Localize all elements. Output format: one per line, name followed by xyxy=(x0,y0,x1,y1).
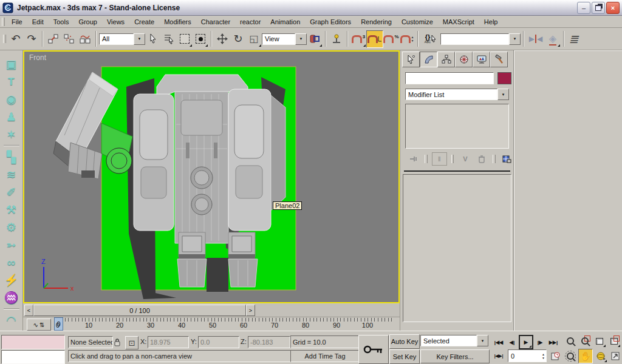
undo-button[interactable]: ↶ xyxy=(8,31,24,47)
open-mini-curve-editor-button[interactable]: ∿ ⇅ xyxy=(27,318,51,331)
title-bar[interactable]: Jetpack.max - 3ds max 7 - Stand-alone Li… xyxy=(0,0,622,16)
zoom-extents-button[interactable] xyxy=(593,334,606,348)
bind-to-space-warp-button[interactable] xyxy=(77,31,93,47)
key-mode-selection-dropdown[interactable]: Selected ▼ xyxy=(420,335,488,346)
zoom-all-button[interactable] xyxy=(578,334,592,348)
track-bar[interactable]: 0 0 10 20 30 40 50 60 70 80 90 100 xyxy=(23,317,400,331)
min-max-toggle-button[interactable] xyxy=(609,349,622,363)
key-mode-toggle-button[interactable]: |◀▶| xyxy=(492,349,505,362)
chevron-down-icon[interactable]: ▼ xyxy=(497,89,509,100)
viewport-label[interactable]: Front xyxy=(29,53,46,62)
edit-named-selection-sets-button[interactable]: {} ABC xyxy=(421,31,440,47)
align-button[interactable]: ◈ xyxy=(545,31,561,47)
previous-frame-button[interactable]: ◀| xyxy=(507,336,518,349)
chevron-down-icon[interactable]: ▼ xyxy=(509,33,521,45)
redo-button[interactable]: ↷ xyxy=(24,31,39,47)
selection-filter-dropdown[interactable]: All ▼ xyxy=(99,33,145,45)
angle-snap-toggle-button[interactable] xyxy=(366,30,383,48)
window-crossing-toggle-button[interactable] xyxy=(193,31,208,47)
tab-display[interactable] xyxy=(473,52,490,67)
region-zoom-button[interactable] xyxy=(564,349,577,363)
modifier-stack-list[interactable] xyxy=(405,104,509,149)
reactor-motor-icon[interactable]: ⚙ xyxy=(3,218,20,236)
menu-views[interactable]: Views xyxy=(102,17,129,27)
deforming-mesh-collection-icon[interactable]: ✶ xyxy=(3,126,20,143)
soft-body-collection-icon[interactable]: ◉ xyxy=(3,90,20,108)
reference-coordinate-system-dropdown[interactable]: View ▼ xyxy=(262,33,307,45)
menu-reactor[interactable]: reactor xyxy=(235,17,265,27)
go-to-end-button[interactable]: ▶▶| xyxy=(547,336,560,349)
reactor-plane-icon[interactable]: ▚ xyxy=(3,148,20,166)
go-to-start-button[interactable]: |◀◀ xyxy=(492,336,505,349)
layer-manager-button[interactable]: ≣ xyxy=(567,31,583,47)
set-keys-button[interactable] xyxy=(358,335,389,364)
menu-file[interactable]: File xyxy=(7,17,27,27)
chevron-down-icon[interactable]: ▼ xyxy=(477,335,488,346)
frame-spinner[interactable]: ▲ ▼ xyxy=(542,352,546,360)
menu-character[interactable]: Character xyxy=(196,17,235,27)
menu-graph-editors[interactable]: Graph Editors xyxy=(305,17,356,27)
cloth-collection-icon[interactable]: T xyxy=(3,73,20,90)
play-animation-button[interactable]: ▶ xyxy=(519,335,533,349)
x-coordinate-field[interactable]: 18.975 xyxy=(148,336,189,348)
use-pivot-point-center-button[interactable] xyxy=(307,31,323,47)
viewport-canvas[interactable]: Z x xyxy=(24,52,398,302)
rope-collection-icon[interactable]: ♟ xyxy=(3,108,20,126)
spinner-snap-toggle-button[interactable]: ▲▼ xyxy=(399,31,415,47)
add-time-tag-button[interactable]: Add Time Tag xyxy=(290,350,360,362)
show-end-result-button[interactable]: ‖ xyxy=(432,152,447,166)
chevron-down-icon[interactable]: ▼ xyxy=(295,33,307,45)
restore-button[interactable] xyxy=(592,2,605,14)
chevron-down-icon[interactable]: ▼ xyxy=(134,33,145,45)
key-filters-button[interactable]: Key Filters... xyxy=(420,349,490,363)
pin-stack-button[interactable] xyxy=(406,153,420,165)
menu-rendering[interactable]: Rendering xyxy=(356,17,397,27)
front-viewport[interactable]: Z x Front Plane02 xyxy=(23,50,400,303)
menu-animation[interactable]: Animation xyxy=(265,17,305,27)
select-and-rotate-button[interactable]: ↻ xyxy=(230,31,246,47)
reactor-hinge-icon[interactable]: ⚒ xyxy=(3,201,20,218)
object-color-swatch[interactable] xyxy=(497,72,511,84)
select-and-link-button[interactable] xyxy=(46,31,61,47)
reactor-spring-icon[interactable]: ≋ xyxy=(3,166,20,183)
reactor-toy-car-icon[interactable]: ∞ xyxy=(3,254,20,271)
next-frame-arrow-button[interactable]: > xyxy=(246,305,255,316)
minimize-button[interactable]: – xyxy=(577,2,590,14)
current-frame-field[interactable]: 0 ▲ ▼ xyxy=(508,349,547,362)
rigid-body-collection-icon[interactable]: ▣ xyxy=(3,55,20,73)
reactor-dashpot-icon[interactable]: ✐ xyxy=(3,183,20,201)
reactor-water-icon[interactable]: ♒ xyxy=(3,289,20,306)
auto-key-button[interactable]: Auto Key xyxy=(389,334,420,349)
tab-modify[interactable] xyxy=(420,52,437,67)
arc-rotate-button[interactable] xyxy=(594,349,607,363)
remove-modifier-button[interactable] xyxy=(474,153,488,165)
modifier-list-dropdown[interactable]: Modifier List ▼ xyxy=(405,89,509,100)
y-coordinate-field[interactable]: 0.0 xyxy=(198,336,239,348)
absolute-offset-mode-toggle[interactable]: ⊡ xyxy=(125,336,138,349)
menu-modifiers[interactable]: Modifiers xyxy=(159,17,196,27)
select-and-manipulate-button[interactable] xyxy=(329,31,344,47)
toolbar-grip[interactable] xyxy=(3,35,6,43)
object-name-field[interactable] xyxy=(405,72,494,84)
z-coordinate-field[interactable]: -80.183 xyxy=(248,336,290,348)
reactor-wind-icon[interactable]: ➳ xyxy=(3,236,20,254)
rectangular-selection-region-button[interactable] xyxy=(177,31,193,47)
tab-utilities[interactable] xyxy=(490,52,508,67)
set-key-button[interactable]: Set Key xyxy=(389,349,420,364)
select-and-scale-button[interactable]: ◱ xyxy=(246,31,262,47)
time-configuration-button[interactable] xyxy=(549,349,561,362)
menu-maxscript[interactable]: MAXScript xyxy=(438,17,479,27)
menu-group[interactable]: Group xyxy=(73,17,102,27)
configure-modifier-sets-button[interactable] xyxy=(500,153,514,165)
selection-lock-toggle[interactable] xyxy=(112,336,122,348)
menu-tools[interactable]: Tools xyxy=(49,17,74,27)
make-unique-button[interactable]: V xyxy=(458,153,472,165)
menu-edit[interactable]: Edit xyxy=(27,17,49,27)
menu-help[interactable]: Help xyxy=(479,17,503,27)
named-selection-set-dropdown[interactable]: ▼ xyxy=(440,33,521,45)
snaps-toggle-button[interactable]: 3 xyxy=(350,31,366,47)
percent-snap-toggle-button[interactable]: % xyxy=(383,31,399,47)
menu-customize[interactable]: Customize xyxy=(397,17,438,27)
menu-grip[interactable] xyxy=(2,18,5,26)
reactor-preview-icon[interactable]: ◠ xyxy=(3,311,20,329)
